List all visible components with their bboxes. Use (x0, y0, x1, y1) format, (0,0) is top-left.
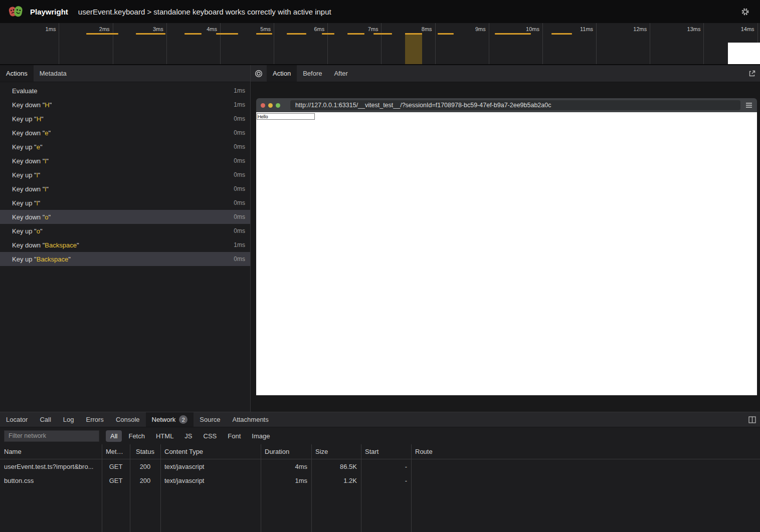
filter-network-input[interactable] (4, 430, 99, 442)
action-title: Key up "Backspace" (12, 255, 71, 263)
tab-label: Locator (6, 416, 28, 423)
tab-label: Call (40, 416, 51, 423)
trace-title: userEvent.keyboard > standalone keyboard… (78, 8, 331, 16)
action-key-value: o (37, 227, 40, 235)
action-row[interactable]: Key up "o"0ms (0, 224, 250, 238)
settings-gear-button[interactable] (738, 5, 752, 19)
tab-actions[interactable]: Actions (0, 65, 34, 82)
toggle-columns-icon[interactable] (744, 412, 760, 427)
action-row[interactable]: Key down "e"0ms (0, 126, 250, 140)
column-separator (160, 444, 161, 532)
tab-label: Network (152, 416, 176, 423)
action-row[interactable]: Key up "l"0ms (0, 196, 250, 210)
tab-label: Source (200, 416, 220, 423)
network-request-row[interactable]: userEvent.test.ts?import&bro...GET200tex… (0, 459, 760, 473)
network-cell: 86.5K (311, 463, 361, 470)
action-title: Key up "l" (12, 199, 40, 207)
action-row[interactable]: Key down "o"0ms (0, 210, 250, 224)
network-request-row[interactable]: button.cssGET200text/javascript1ms1.2K- (0, 473, 760, 487)
filter-chip-html[interactable]: HTML (151, 430, 178, 442)
timeline-tick-label: 4ms (167, 26, 217, 32)
tab-log[interactable]: Log (57, 412, 80, 427)
column-header-start[interactable]: Start (361, 448, 411, 455)
timeline-action-mark (373, 33, 392, 35)
action-title: Key down "l" (12, 185, 49, 193)
timeline-film-thumbnail[interactable] (728, 43, 760, 64)
timeline-action-mark (136, 33, 165, 35)
tab-attachments[interactable]: Attachments (226, 412, 274, 427)
network-cell: userEvent.test.ts?import&bro... (0, 463, 102, 470)
url-bar: http://127.0.0.1:63315/__vitest_test__/?… (290, 100, 740, 110)
timeline-tick-label: 2ms (60, 26, 110, 32)
action-row[interactable]: Key up "Backspace"0ms (0, 252, 250, 266)
network-cell: GET (102, 477, 130, 484)
tab-metadata[interactable]: Metadata (34, 65, 73, 82)
tab-console[interactable]: Console (110, 412, 146, 427)
timeline-tick-label: 10ms (489, 26, 539, 32)
action-row[interactable]: Key up "H"0ms (0, 112, 250, 126)
action-row[interactable]: Key down "l"0ms (0, 182, 250, 196)
action-duration: 0ms (228, 171, 245, 178)
timeline-tick-label: 3ms (113, 26, 163, 32)
network-cell: 4ms (261, 463, 311, 470)
filter-chip-js[interactable]: JS (180, 430, 197, 442)
action-key-value: o (45, 213, 48, 221)
action-title: Key down "Backspace" (12, 241, 79, 249)
open-snapshot-external-icon[interactable] (744, 65, 760, 82)
filter-chip-font[interactable]: Font (223, 430, 245, 442)
tab-network[interactable]: Network2 (146, 412, 194, 427)
action-duration: 1ms (228, 101, 245, 108)
action-key-value: l (45, 157, 46, 165)
filter-chip-all[interactable]: All (106, 430, 122, 442)
action-key-value: l (45, 185, 46, 193)
timeline-tick-label: 13ms (650, 26, 700, 32)
tab-before[interactable]: Before (297, 65, 328, 82)
pick-locator-icon[interactable] (251, 65, 267, 82)
column-separator (411, 444, 412, 532)
timeline-canvas[interactable]: 1ms2ms3ms4ms5ms6ms7ms8ms9ms10ms11ms12ms1… (0, 23, 760, 65)
timeline-action-mark (184, 33, 202, 35)
action-duration: 0ms (228, 129, 245, 136)
page-text-input[interactable] (257, 113, 315, 120)
tab-call[interactable]: Call (34, 412, 57, 427)
network-toolbar: AllFetchHTMLJSCSSFontImage (0, 427, 760, 444)
action-row[interactable]: Key up "l"0ms (0, 168, 250, 182)
action-duration: 0ms (228, 255, 245, 262)
action-key-value: H (45, 101, 49, 109)
main-split: Actions Metadata Evaluate1msKey down "H"… (0, 65, 760, 412)
action-duration: 0ms (228, 157, 245, 164)
tab-locator[interactable]: Locator (0, 412, 34, 427)
action-row[interactable]: Key down "H"1ms (0, 98, 250, 112)
actions-panel: Actions Metadata Evaluate1msKey down "H"… (0, 65, 251, 412)
timeline-selected-range (405, 33, 422, 64)
column-header-route[interactable]: Route (411, 448, 760, 455)
tab-label: Errors (86, 416, 103, 423)
timeline-action-mark (86, 33, 118, 35)
tab-errors[interactable]: Errors (80, 412, 109, 427)
column-header-name[interactable]: Name (0, 448, 102, 455)
action-title: Key up "l" (12, 171, 40, 179)
network-cell: button.css (0, 477, 102, 484)
tab-after[interactable]: After (328, 65, 353, 82)
action-row[interactable]: Key down "l"0ms (0, 154, 250, 168)
action-key-value: H (37, 115, 41, 123)
column-header-size[interactable]: Size (311, 448, 361, 455)
filter-chip-image[interactable]: Image (247, 430, 274, 442)
column-header-content-type[interactable]: Content Type (160, 448, 261, 455)
timeline-tick-label: 5ms (221, 26, 271, 32)
filter-chip-css[interactable]: CSS (199, 430, 222, 442)
browser-window: http://127.0.0.1:63315/__vitest_test__/?… (256, 98, 757, 395)
tab-action[interactable]: Action (267, 65, 297, 82)
action-row[interactable]: Key up "e"0ms (0, 140, 250, 154)
column-separator (361, 444, 361, 532)
snapshot-tabstrip: Action Before After (251, 65, 760, 82)
action-row[interactable]: Key down "Backspace"1ms (0, 238, 250, 252)
column-header-status[interactable]: Status (130, 448, 160, 455)
column-header-duration[interactable]: Duration (261, 448, 311, 455)
action-duration: 0ms (228, 199, 245, 206)
column-header-method[interactable]: Method (102, 448, 130, 455)
filter-chip-fetch[interactable]: Fetch (124, 430, 149, 442)
tab-source[interactable]: Source (194, 412, 226, 427)
timeline-action-mark (322, 33, 334, 35)
action-row[interactable]: Evaluate1ms (0, 84, 250, 98)
